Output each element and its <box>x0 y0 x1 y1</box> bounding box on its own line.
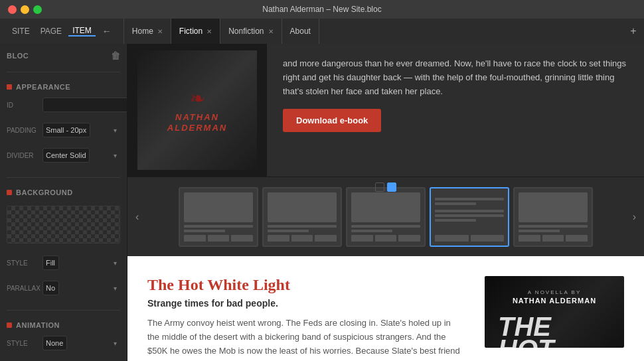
appearance-section-header: APPEARANCE <box>7 83 120 91</box>
sidebar: BLOC 🗑 APPEARANCE ID PADDING Small - 20p… <box>0 44 127 361</box>
animation-style-select-wrapper: None <box>42 336 120 350</box>
layout-line-short <box>184 230 225 232</box>
add-tab-button[interactable]: + <box>623 19 644 44</box>
padding-field-row: PADDING Small - 20px <box>7 123 120 137</box>
layout-line-short <box>435 202 476 205</box>
layout-box <box>566 235 588 242</box>
layout-option-5[interactable] <box>513 187 593 247</box>
layout-img-5 <box>519 192 588 222</box>
appearance-dot-icon <box>7 84 12 90</box>
animation-label: ANIMATION <box>16 321 60 329</box>
nav-site[interactable]: SITE <box>8 27 34 36</box>
layout-box <box>184 235 206 242</box>
maximize-button[interactable] <box>33 5 42 14</box>
tab-fiction[interactable]: Fiction ✕ <box>171 19 220 44</box>
tab-about[interactable]: About <box>282 19 319 44</box>
divider-label: DIVIDER <box>7 152 42 159</box>
layout-lines-4 <box>435 198 504 222</box>
book-author-first: NATHAN <box>175 112 219 123</box>
minimize-button[interactable] <box>21 5 29 14</box>
animation-style-field-row: STYLE None <box>7 336 120 350</box>
layout-line <box>435 214 504 217</box>
tab-home-label: Home <box>132 27 153 36</box>
layout-box <box>375 235 397 242</box>
style-field-row: STYLE Fill <box>7 255 120 270</box>
divider-3 <box>7 310 120 311</box>
tabs-area: Home ✕ Fiction ✕ Nonfiction ✕ About + <box>124 19 644 44</box>
layout-option-4[interactable] <box>430 187 509 247</box>
layout-line-short <box>268 230 309 232</box>
padding-select-wrapper: Small - 20px <box>42 123 120 137</box>
download-button[interactable]: Download e-book <box>283 109 381 132</box>
tab-nonfiction-close[interactable]: ✕ <box>268 28 274 35</box>
bottom-book-cover: A NOVELLA BY NATHAN ALDERMAN THEHOT <box>485 276 624 348</box>
layout-box <box>519 235 540 242</box>
book-cover-top: ❧ NATHAN ALDERMAN <box>127 44 267 177</box>
book-author-last: ALDERMAN <box>167 123 227 133</box>
animation-section-header: ANIMATION <box>7 321 120 329</box>
layout-next-button[interactable]: › <box>630 211 639 223</box>
layout-prev-button[interactable]: ‹ <box>133 211 141 223</box>
main-area: BLOC 🗑 APPEARANCE ID PADDING Small - 20p… <box>0 44 644 361</box>
divider-2 <box>7 177 120 178</box>
layout-img-1 <box>184 192 253 222</box>
layout-line-short <box>351 230 392 232</box>
animation-style-select[interactable]: None <box>42 336 67 350</box>
bottom-title: The Hot White Light <box>147 276 465 294</box>
trash-icon[interactable]: 🗑 <box>111 50 121 61</box>
id-input[interactable] <box>42 98 127 112</box>
bottom-text-area: The Hot White Light Strange times for ba… <box>147 276 465 348</box>
content-bottom-section: The Hot White Light Strange times for ba… <box>127 256 644 361</box>
padding-select[interactable]: Small - 20px <box>42 123 90 137</box>
tab-nonfiction[interactable]: Nonfiction ✕ <box>220 19 282 44</box>
layout-option-1[interactable] <box>179 187 258 247</box>
tab-fiction-label: Fiction <box>179 27 202 36</box>
layout-line <box>435 210 504 212</box>
layout-bottom-5 <box>519 235 588 242</box>
layout-options <box>145 187 625 247</box>
layout-line-short <box>435 219 476 222</box>
layout-lines-5 <box>519 225 588 232</box>
layout-box <box>231 235 253 242</box>
nav-page[interactable]: PAGE <box>37 27 66 36</box>
divider-select-wrapper: Center Solid <box>42 148 120 163</box>
style-select[interactable]: Fill <box>42 255 59 270</box>
tab-home[interactable]: Home ✕ <box>124 19 171 44</box>
bbc-subtitle: A NOVELLA BY <box>528 289 581 295</box>
layout-box <box>398 235 420 242</box>
layout-box <box>208 235 230 242</box>
divider-field-row: DIVIDER Center Solid <box>7 148 120 163</box>
toggle-dot-2[interactable] <box>387 182 396 192</box>
animation-dot-icon <box>7 323 12 328</box>
parallax-select[interactable]: No <box>42 281 59 295</box>
nav-item[interactable]: ITEM <box>68 26 96 36</box>
layout-lines-2 <box>268 225 337 232</box>
top-nav: SITE PAGE ITEM ← Home ✕ Fiction ✕ Nonfic… <box>0 19 644 44</box>
content-top-text: and more dangerous than he ever dreamed.… <box>267 44 644 177</box>
background-preview[interactable] <box>7 206 120 244</box>
layout-bottom-4 <box>435 235 504 242</box>
window-title: Nathan Alderman – New Site.bloc <box>262 5 381 14</box>
nav-back-button[interactable]: ← <box>98 26 116 36</box>
tab-home-close[interactable]: ✕ <box>157 28 163 35</box>
nav-left: SITE PAGE ITEM ← <box>0 19 124 44</box>
layout-toggle <box>375 182 396 192</box>
layout-bottom-3 <box>351 235 420 242</box>
style-select-wrapper: Fill <box>42 255 120 270</box>
padding-label: PADDING <box>7 127 42 134</box>
id-label: ID <box>7 102 42 109</box>
divider-select[interactable]: Center Solid <box>42 148 90 163</box>
layout-lines-1 <box>184 225 253 232</box>
layout-option-2[interactable] <box>262 187 342 247</box>
tab-nonfiction-label: Nonfiction <box>228 27 264 36</box>
layout-option-3[interactable] <box>346 187 426 247</box>
style-label: STYLE <box>7 259 42 267</box>
layout-box <box>268 235 289 242</box>
layout-line <box>184 225 253 228</box>
close-button[interactable] <box>8 5 17 14</box>
layout-line-short <box>519 230 560 232</box>
toggle-dot-1[interactable] <box>375 182 384 192</box>
tab-fiction-close[interactable]: ✕ <box>206 28 212 35</box>
book-cover-inner: ❧ NATHAN ALDERMAN <box>137 50 257 170</box>
background-dot-icon <box>7 190 12 195</box>
